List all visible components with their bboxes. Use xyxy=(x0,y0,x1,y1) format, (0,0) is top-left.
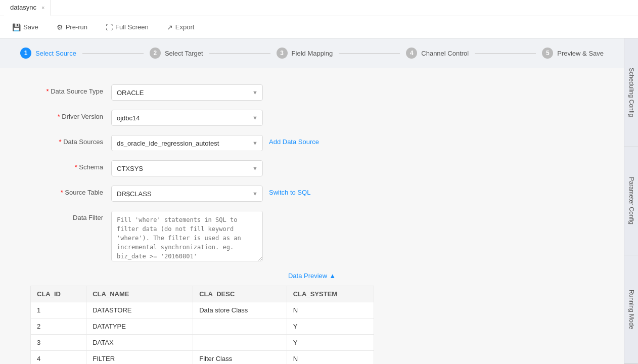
schema-row: Schema CTXSYS ▼ xyxy=(30,160,594,176)
data-filter-input[interactable] xyxy=(111,211,263,261)
scheduling-config-panel[interactable]: Scheduling Config xyxy=(624,38,638,147)
data-preview-label: Data Preview xyxy=(288,272,327,280)
source-table-wrapper: DR$CLASS ▼ xyxy=(111,186,263,202)
cell-cla-id: 1 xyxy=(31,302,86,318)
add-data-source-button[interactable]: Add Data Source xyxy=(269,138,319,146)
col-header-cla-id: CLA_ID xyxy=(31,286,86,302)
data-sources-row: Data Sources ds_oracle_ide_regression_au… xyxy=(30,135,594,151)
data-filter-label: Data Filter xyxy=(30,211,111,221)
save-label: Save xyxy=(23,23,38,31)
prerun-icon: ⚙ xyxy=(57,23,63,31)
add-data-source-extra: Add Data Source xyxy=(269,135,319,146)
step-1[interactable]: 1 Select Source xyxy=(20,48,76,59)
main-layout: 1 Select Source 2 Select Target 3 Field … xyxy=(0,38,638,364)
col-header-cla-desc: CLA_DESC xyxy=(193,286,287,302)
cell-cla-desc xyxy=(193,335,287,351)
schema-label: Schema xyxy=(30,160,111,171)
step-connector-3 xyxy=(339,53,400,54)
step-5-circle: 5 xyxy=(542,48,553,59)
cell-cla-system: N xyxy=(287,351,374,365)
driver-version-select[interactable]: ojdbc14 xyxy=(111,110,263,126)
source-table-row: Source Table DR$CLASS ▼ Switch to SQL xyxy=(30,186,594,202)
cell-cla-desc: Data store Class xyxy=(193,302,287,318)
col-header-cla-system: CLA_SYSTEM xyxy=(287,286,374,302)
data-source-type-wrapper: ORACLE ▼ xyxy=(111,84,263,101)
table-header-row: CLA_ID CLA_NAME CLA_DESC CLA_SYSTEM xyxy=(31,286,374,302)
step-connector-2 xyxy=(209,53,270,54)
export-button[interactable]: ↗ Export xyxy=(163,21,199,33)
step-1-circle: 1 xyxy=(20,48,31,59)
table-row: 4 FILTER Filter Class N xyxy=(31,351,374,365)
step-5-label: Preview & Save xyxy=(557,50,604,57)
fullscreen-button[interactable]: ⛶ Full Screen xyxy=(102,21,153,33)
step-4-label: Channel Control xyxy=(421,50,469,57)
table-row: 1 DATASTORE Data store Class N xyxy=(31,302,374,318)
driver-version-label: Driver Version xyxy=(30,110,111,120)
cell-cla-name: DATAX xyxy=(86,335,193,351)
source-table-control: DR$CLASS ▼ xyxy=(111,186,263,202)
cell-cla-desc xyxy=(193,318,287,335)
data-source-type-select[interactable]: ORACLE xyxy=(111,84,263,101)
cell-cla-desc: Filter Class xyxy=(193,351,287,365)
prerun-label: Pre-run xyxy=(66,23,87,31)
export-label: Export xyxy=(175,23,195,31)
toolbar: 💾 Save ⚙ Pre-run ⛶ Full Screen ↗ Export xyxy=(0,16,638,38)
step-4[interactable]: 4 Channel Control xyxy=(406,48,469,59)
tab-datasync[interactable]: datasync × xyxy=(4,0,51,16)
schema-select[interactable]: CTXSYS xyxy=(111,160,263,176)
switch-to-sql-button[interactable]: Switch to SQL xyxy=(269,189,310,196)
save-button[interactable]: 💾 Save xyxy=(8,21,42,33)
data-table: CLA_ID CLA_NAME CLA_DESC CLA_SYSTEM 1 DA… xyxy=(30,286,374,364)
data-preview-caret: ▲ xyxy=(329,272,336,280)
data-source-type-control: ORACLE ▼ xyxy=(111,84,263,101)
prerun-button[interactable]: ⚙ Pre-run xyxy=(53,21,92,33)
form-area: Data Source Type ORACLE ▼ Driver Version xyxy=(0,68,624,364)
source-table-select[interactable]: DR$CLASS xyxy=(111,186,263,202)
schema-control: CTXSYS ▼ xyxy=(111,160,263,176)
data-sources-control: ds_oracle_ide_regression_autotest ▼ xyxy=(111,135,263,151)
data-sources-label: Data Sources xyxy=(30,135,111,146)
tab-bar: datasync × xyxy=(0,0,638,16)
data-filter-row: Data Filter xyxy=(30,211,594,263)
save-icon: 💾 xyxy=(12,23,21,31)
running-mode-panel[interactable]: Running Mode xyxy=(624,255,638,364)
cell-cla-id: 4 xyxy=(31,351,86,365)
step-3[interactable]: 3 Field Mapping xyxy=(277,48,333,59)
cell-cla-system: N xyxy=(287,302,374,318)
step-1-label: Select Source xyxy=(35,50,76,57)
data-preview-toggle: Data Preview▲ xyxy=(30,272,594,280)
cell-cla-system: Y xyxy=(287,335,374,351)
content-area: 1 Select Source 2 Select Target 3 Field … xyxy=(0,38,624,364)
step-4-circle: 4 xyxy=(406,48,417,59)
right-sidebar: Scheduling Config Parameter Config Runni… xyxy=(624,38,638,364)
step-3-circle: 3 xyxy=(277,48,288,59)
source-table-label: Source Table xyxy=(30,186,111,196)
driver-version-wrapper: ojdbc14 ▼ xyxy=(111,110,263,126)
step-2-label: Select Target xyxy=(165,50,203,57)
export-icon: ↗ xyxy=(167,23,173,31)
data-filter-control xyxy=(111,211,263,263)
step-2-circle: 2 xyxy=(150,48,161,59)
steps-wizard: 1 Select Source 2 Select Target 3 Field … xyxy=(0,38,624,68)
switch-to-sql-extra: Switch to SQL xyxy=(269,186,310,196)
table-row: 3 DATAX Y xyxy=(31,335,374,351)
step-connector-1 xyxy=(82,53,144,54)
step-5[interactable]: 5 Preview & Save xyxy=(542,48,604,59)
data-sources-wrapper: ds_oracle_ide_regression_autotest ▼ xyxy=(111,135,263,151)
fullscreen-icon: ⛶ xyxy=(106,23,113,31)
cell-cla-name: DATATYPE xyxy=(86,318,193,335)
schema-wrapper: CTXSYS ▼ xyxy=(111,160,263,176)
step-3-label: Field Mapping xyxy=(292,50,333,57)
tab-close-icon[interactable]: × xyxy=(41,5,44,11)
step-2[interactable]: 2 Select Target xyxy=(150,48,203,59)
tab-label: datasync xyxy=(10,4,36,11)
cell-cla-name: DATASTORE xyxy=(86,302,193,318)
data-source-type-row: Data Source Type ORACLE ▼ xyxy=(30,84,594,101)
parameter-config-panel[interactable]: Parameter Config xyxy=(624,147,638,256)
cell-cla-system: Y xyxy=(287,318,374,335)
col-header-cla-name: CLA_NAME xyxy=(86,286,193,302)
cell-cla-id: 2 xyxy=(31,318,86,335)
data-sources-select[interactable]: ds_oracle_ide_regression_autotest xyxy=(111,135,263,151)
cell-cla-id: 3 xyxy=(31,335,86,351)
data-preview-link[interactable]: Data Preview▲ xyxy=(288,272,336,280)
